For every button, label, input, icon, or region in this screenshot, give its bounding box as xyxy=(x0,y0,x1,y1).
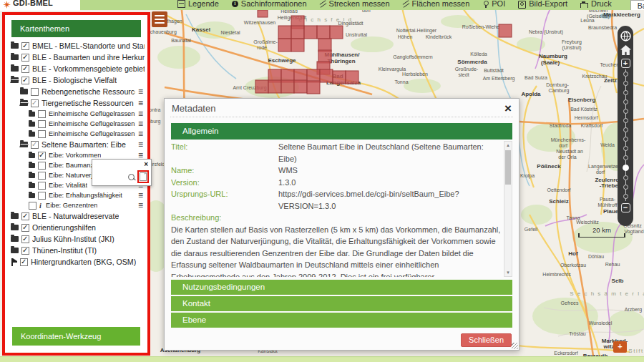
globe-icon[interactable] xyxy=(620,31,631,41)
scroll-down-icon[interactable]: ▾ xyxy=(504,270,512,275)
toolbar-fl-chen-messen[interactable]: Flächen messen xyxy=(403,0,470,10)
layer-row-ble-vorkommensgebiete-gebietse[interactable]: BLE - Vorkommensgebiete gebietse... xyxy=(9,63,145,74)
map-label: der Orla xyxy=(558,155,576,160)
zoom-level-tick[interactable] xyxy=(623,72,628,77)
layer-row-julius-k-hn-institut-jki-[interactable]: Julius Kühn-Institut (JKI) xyxy=(9,233,145,245)
layer-row-hintergrundkarten-bkg-osm-[interactable]: Hintergrundkarten (BKG, OSM) xyxy=(9,256,145,268)
zoom-slider[interactable] xyxy=(623,69,629,201)
home-icon[interactable] xyxy=(620,45,631,55)
layer-checkbox[interactable] xyxy=(38,120,46,128)
layer-checkbox[interactable] xyxy=(21,54,29,62)
layer-row-ble-biologische-vielfalt[interactable]: BLE - Biologische Vielfalt xyxy=(9,74,145,86)
layer-menu-icon[interactable]: ≡ xyxy=(138,120,145,127)
layer-checkbox[interactable] xyxy=(21,42,29,50)
layer-checkbox[interactable] xyxy=(38,192,46,200)
zoom-level-tick[interactable] xyxy=(623,118,628,123)
zoom-level-tick[interactable] xyxy=(623,127,628,132)
layer-checkbox[interactable] xyxy=(38,172,46,180)
zoom-level-tick[interactable] xyxy=(623,175,628,180)
map-label: Helmbrechts xyxy=(542,272,571,277)
sidebar-toggle-button[interactable] xyxy=(152,11,167,27)
layer-row-einheimische-gefl-gelrassen-en[interactable]: Einheimische Geflügelrassen: Enten≡ xyxy=(9,129,145,139)
layer-checkbox[interactable] xyxy=(21,235,29,243)
layer-menu-icon[interactable]: ≡ xyxy=(138,99,145,107)
layer-menu-icon[interactable]: ≡ xyxy=(138,141,145,148)
toolbar-bild-export[interactable]: Bild-Export xyxy=(518,0,567,10)
toolbar-druck[interactable]: Druck xyxy=(580,0,612,10)
layer-row-einheimische-gefl-gelrassen-g-[interactable]: Einheimische Geflügelrassen: Gänse≡ xyxy=(9,109,145,119)
zoom-level-tick[interactable] xyxy=(623,137,628,142)
toolbar-legende[interactable]: Legende xyxy=(177,0,219,10)
layer-checkbox[interactable] xyxy=(31,88,39,96)
layer-row-th-nen-institut-ti-[interactable]: Thünen-Institut (TI) xyxy=(9,245,145,256)
layer-checkbox[interactable] xyxy=(38,182,46,190)
accordion-nutzungsbedingungen[interactable]: Nutzungsbedingungen xyxy=(171,280,512,295)
legend-icon xyxy=(177,0,185,8)
layer-row-eibe-erhaltungsf-higkeit[interactable]: Eibe: Erhaltungsfähigkeit≡ xyxy=(9,190,145,200)
zoom-in-button[interactable]: + xyxy=(621,59,630,68)
layer-menu-icon[interactable]: ≡ xyxy=(138,130,145,137)
layer-row-orientierungshilfen[interactable]: Orientierungshilfen xyxy=(9,222,145,233)
schliessen-button[interactable]: Schließen xyxy=(461,333,512,347)
overview-map-button[interactable]: + xyxy=(613,341,627,353)
zoom-level-tick[interactable] xyxy=(623,194,628,199)
layer-checkbox[interactable] xyxy=(38,152,46,160)
accordion-allgemein[interactable]: Allgemein xyxy=(171,123,512,140)
modal-scrollbar[interactable]: ▴ ▾ xyxy=(504,141,512,277)
layer-row-rebengenetische-ressourcen-[interactable]: Rebengenetische Ressourcen ...≡ xyxy=(9,86,145,97)
zoom-level-tick[interactable] xyxy=(623,90,628,95)
zoom-level-tick[interactable] xyxy=(623,146,628,151)
layer-checkbox[interactable] xyxy=(29,202,36,210)
layer-menu-icon[interactable]: ≡ xyxy=(138,192,145,199)
map-label: Oettendorf xyxy=(547,187,570,192)
map-themes-header[interactable]: Kartenthemen xyxy=(11,20,141,37)
folder-open-icon xyxy=(11,77,19,83)
layer-checkbox[interactable] xyxy=(31,99,39,107)
basemap-button[interactable]: Basiskarten xyxy=(630,0,644,10)
layer-checkbox[interactable] xyxy=(38,110,46,118)
layer-menu-icon[interactable]: ≡ xyxy=(138,110,145,117)
layer-row-eibe-genzentren[interactable]: iEibe: Genzentren≡ xyxy=(9,200,145,210)
layer-menu-icon[interactable]: ≡ xyxy=(138,202,145,209)
accordion-ebene[interactable]: Ebene xyxy=(171,313,512,328)
modal-close-icon[interactable]: × xyxy=(504,104,512,114)
toolbar-sachinformationen[interactable]: Sachinformationen xyxy=(232,0,307,10)
layer-checkbox[interactable] xyxy=(21,77,29,84)
zoom-level-current[interactable] xyxy=(623,165,629,171)
layer-checkbox[interactable] xyxy=(21,247,29,255)
accordion-kontakt[interactable]: Kontakt xyxy=(171,296,512,311)
layer-checkbox[interactable] xyxy=(21,224,29,232)
popup-close-icon[interactable]: × xyxy=(144,160,148,168)
map-label: Sömmerda xyxy=(457,59,487,65)
zoom-level-tick[interactable] xyxy=(623,155,628,160)
layer-row-ble-naturwaldreservate[interactable]: BLE - Naturwaldreservate xyxy=(9,210,145,222)
zoom-level-tick[interactable] xyxy=(623,109,628,114)
metadata-row: Name:WMS xyxy=(171,165,502,177)
map-label: Stadtroda xyxy=(550,123,571,128)
magnifier-icon[interactable] xyxy=(128,174,135,180)
zoom-out-button[interactable]: − xyxy=(621,203,630,212)
toolbar-poi[interactable]: POI xyxy=(482,0,505,10)
layer-menu-icon[interactable]: ≡ xyxy=(138,152,145,159)
layer-row-tiergenetische-ressourcen-2013[interactable]: Tiergenetische Ressourcen 2013≡ xyxy=(9,97,145,109)
metadata-doc-icon[interactable] xyxy=(140,172,147,181)
coordinates-tool-button[interactable]: Koordinaten-Werkzeug xyxy=(12,327,140,346)
zoom-level-tick[interactable] xyxy=(623,81,628,86)
layer-row-bmel-bmel-standorte-und-stand-[interactable]: BMEL - BMEL-Standorte und Stand... xyxy=(9,40,145,52)
zoom-level-tick[interactable] xyxy=(623,99,628,104)
layer-row-ble-baumarten-und-ihre-herkunf[interactable]: BLE - Baumarten und ihre Herkunft... xyxy=(9,52,145,63)
scroll-up-icon[interactable]: ▴ xyxy=(504,142,512,148)
layer-checkbox[interactable] xyxy=(21,65,29,73)
layer-checkbox[interactable] xyxy=(38,162,46,170)
layer-checkbox[interactable] xyxy=(21,212,29,220)
modal-resize-handle[interactable] xyxy=(512,343,518,349)
layer-menu-icon[interactable]: ≡ xyxy=(138,88,145,95)
scrollbar-thumb[interactable] xyxy=(505,150,511,185)
layer-checkbox[interactable] xyxy=(31,141,39,149)
layer-checkbox[interactable] xyxy=(20,258,28,266)
layer-row-seltene-baumarten-eibe[interactable]: Seltene Baumarten: Eibe≡ xyxy=(9,139,145,150)
layer-row-einheimische-gefl-gelrassen-pu[interactable]: Einheimische Geflügelrassen: Puten≡ xyxy=(9,119,145,129)
zoom-level-tick[interactable] xyxy=(623,185,628,190)
layer-checkbox[interactable] xyxy=(38,130,46,138)
toolbar-strecken-messen[interactable]: Strecken messen xyxy=(320,0,390,10)
